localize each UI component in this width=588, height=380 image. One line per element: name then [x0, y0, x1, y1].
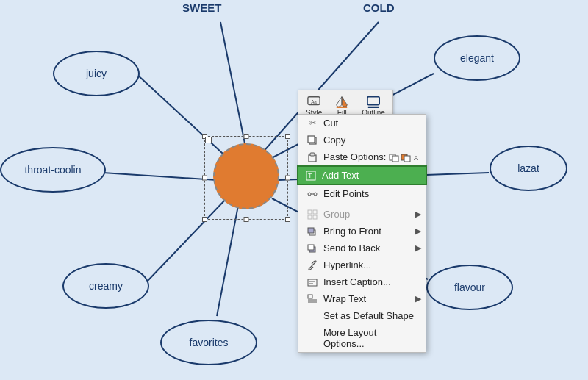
- node-throat-coolin[interactable]: throat-coolin: [0, 147, 106, 193]
- handle-mr[interactable]: [285, 176, 290, 181]
- svg-text:Aa: Aa: [311, 99, 317, 104]
- handle-bl[interactable]: [202, 217, 207, 222]
- menu-send-back[interactable]: Send to Back ▶: [298, 240, 426, 257]
- selection-box: [204, 136, 288, 220]
- menu-insert-caption[interactable]: Insert Caption...: [298, 273, 426, 290]
- svg-point-25: [308, 193, 311, 196]
- svg-text:A: A: [414, 154, 418, 162]
- fill-icon: [334, 95, 350, 108]
- handle-tl[interactable]: [202, 134, 207, 139]
- wrap-arrow: ▶: [415, 294, 421, 304]
- menu-hyperlink[interactable]: Hyperlink...: [298, 257, 426, 273]
- svg-rect-28: [308, 210, 312, 214]
- svg-rect-31: [313, 215, 317, 219]
- caption-icon: [306, 277, 319, 287]
- handle-br[interactable]: [285, 217, 290, 222]
- node-favorites[interactable]: favorites: [160, 320, 257, 365]
- editpoints-icon: [306, 189, 319, 199]
- bringfront-icon: [306, 226, 319, 237]
- svg-rect-21: [404, 156, 410, 162]
- menu-wrap-text[interactable]: Wrap Text ▶: [298, 290, 426, 307]
- menu-edit-points[interactable]: Edit Points: [298, 185, 426, 202]
- hyperlink-icon: [306, 260, 319, 270]
- copy-icon: [306, 135, 319, 146]
- separator-1: [298, 204, 426, 204]
- menu-more-layout[interactable]: More Layout Options...: [298, 324, 426, 352]
- svg-rect-29: [313, 210, 317, 214]
- bring-front-arrow: ▶: [415, 226, 421, 236]
- svg-rect-17: [310, 153, 315, 156]
- send-back-arrow: ▶: [415, 243, 421, 253]
- svg-rect-33: [308, 228, 314, 233]
- outline-icon: [365, 95, 381, 108]
- group-icon: [306, 209, 319, 220]
- node-juicy[interactable]: juicy: [53, 51, 140, 96]
- handle-bm[interactable]: [244, 217, 249, 222]
- menu-bring-front[interactable]: Bring to Front ▶: [298, 223, 426, 240]
- svg-line-36: [311, 264, 314, 267]
- node-creamy[interactable]: creamy: [62, 263, 149, 309]
- sendback-icon: [306, 243, 319, 254]
- svg-rect-12: [368, 97, 379, 105]
- more-layout-icon: [306, 333, 319, 343]
- svg-rect-37: [308, 279, 317, 286]
- addtext-icon: T: [304, 171, 318, 181]
- node-lazat[interactable]: lazat: [490, 146, 567, 191]
- context-menu: ✂ Cut Copy Paste Options: A T Add Text E…: [298, 114, 426, 353]
- menu-paste[interactable]: Paste Options: A: [298, 148, 426, 165]
- svg-text:T: T: [308, 172, 312, 179]
- scissors-icon: ✂: [306, 118, 319, 129]
- menu-group[interactable]: Group ▶: [298, 206, 426, 223]
- svg-point-26: [314, 193, 317, 196]
- svg-rect-40: [308, 295, 312, 298]
- menu-set-default[interactable]: Set as Default Shape: [298, 307, 426, 324]
- style-icon: Aa: [306, 95, 322, 108]
- menu-cut[interactable]: ✂ Cut: [298, 115, 426, 132]
- menu-copy[interactable]: Copy: [298, 132, 426, 148]
- menu-add-text[interactable]: T Add Text: [297, 165, 427, 185]
- handle-tm[interactable]: [244, 134, 249, 139]
- handle-tr[interactable]: [285, 134, 290, 139]
- node-flavour[interactable]: flavour: [426, 265, 513, 310]
- svg-rect-15: [308, 136, 315, 143]
- paste-icon: [306, 152, 319, 162]
- label-cold: COLD: [363, 1, 395, 14]
- svg-line-7: [220, 22, 246, 151]
- set-default-icon: [306, 311, 319, 321]
- group-arrow: ▶: [415, 209, 421, 219]
- svg-rect-19: [392, 156, 398, 162]
- label-sweet: SWEET: [182, 1, 221, 14]
- svg-rect-35: [308, 245, 314, 250]
- handle-ml[interactable]: [202, 176, 207, 181]
- node-elegant[interactable]: elegant: [434, 35, 520, 81]
- svg-line-1: [103, 173, 217, 180]
- wrap-icon: [306, 294, 319, 304]
- svg-rect-30: [308, 215, 312, 219]
